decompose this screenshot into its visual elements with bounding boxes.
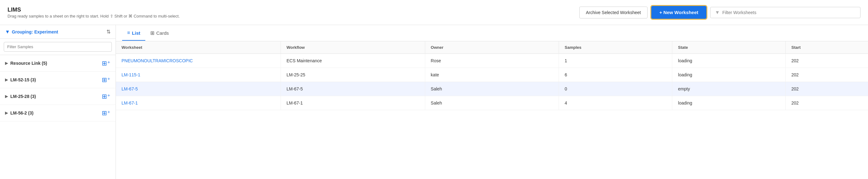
grid-add-icon[interactable]: ⊞⁺	[102, 60, 111, 67]
table-row[interactable]: LM-115-1LM-25-25kate6loading202	[116, 68, 868, 82]
tab-cards-label: Cards	[156, 30, 169, 36]
table-cell: kate	[425, 68, 559, 82]
table-cell: 202	[786, 68, 868, 82]
archive-button[interactable]: Archive Selected Worksheet	[579, 7, 648, 19]
funnel-icon: ▼	[5, 29, 10, 35]
sidebar-item-label: ▶ Resource Link (5)	[5, 61, 47, 66]
column-header-state: State	[672, 41, 786, 54]
table-cell: LM-67-1	[281, 96, 425, 110]
table: WorksheetWorkflowOwnerSamplesStateStart …	[116, 41, 868, 110]
worksheet-link[interactable]: PNEUMONOULTRAMICROSCOPIC	[122, 58, 193, 63]
table-header-row: WorksheetWorkflowOwnerSamplesStateStart	[116, 41, 868, 54]
table-cell[interactable]: PNEUMONOULTRAMICROSCOPIC	[116, 54, 281, 68]
table-cell: Saleh	[425, 82, 559, 96]
table-cell: ECS Maintenance	[281, 54, 425, 68]
right-panel: ≡ List ⊞ Cards WorksheetWorkflowOwnerSam…	[116, 25, 868, 179]
sidebar-item-label: ▶ LM-56-2 (3)	[5, 110, 33, 115]
new-worksheet-button[interactable]: + New Worksheet	[651, 6, 706, 19]
tab-cards[interactable]: ⊞ Cards	[145, 26, 174, 41]
worksheet-link[interactable]: LM-67-1	[122, 101, 138, 105]
sidebar-item[interactable]: ▶ LM-25-28 (3) ⊞⁺	[0, 88, 116, 105]
table-cell[interactable]: LM-115-1	[116, 68, 281, 82]
filter-samples-input[interactable]	[4, 42, 112, 51]
top-header: LIMS Drag ready samples to a sheet on th…	[0, 0, 868, 25]
table-cell: loading	[672, 96, 786, 110]
sidebar-header: ▼ Grouping: Experiment ⇅	[0, 25, 116, 39]
worksheet-link[interactable]: LM-67-5	[122, 86, 138, 92]
app-title: LIMS	[7, 7, 180, 13]
grid-add-icon[interactable]: ⊞⁺	[102, 76, 111, 83]
sidebar: ▼ Grouping: Experiment ⇅ ▶ Resource Link…	[0, 25, 116, 179]
chevron-right-icon: ▶	[5, 78, 8, 82]
table-cell: empty	[672, 82, 786, 96]
column-header-samples: Samples	[559, 41, 672, 54]
sort-icon[interactable]: ⇅	[106, 29, 111, 35]
worksheet-table: WorksheetWorkflowOwnerSamplesStateStart …	[116, 41, 868, 179]
sidebar-items: ▶ Resource Link (5) ⊞⁺ ▶ LM-52-15 (3) ⊞⁺…	[0, 55, 116, 179]
filter-icon: ▼	[715, 10, 720, 15]
table-body: PNEUMONOULTRAMICROSCOPICECS MaintenanceR…	[116, 54, 868, 110]
main-content: ▼ Grouping: Experiment ⇅ ▶ Resource Link…	[0, 25, 868, 179]
app-container: LIMS Drag ready samples to a sheet on th…	[0, 0, 868, 179]
grouping-label: ▼ Grouping: Experiment	[5, 29, 58, 35]
filter-worksheets-input[interactable]	[722, 10, 856, 15]
chevron-right-icon: ▶	[5, 111, 8, 115]
table-cell: 202	[786, 54, 868, 68]
table-row[interactable]: LM-67-5LM-67-5Saleh0empty202	[116, 82, 868, 96]
column-header-start: Start	[786, 41, 868, 54]
tab-list[interactable]: ≡ List	[122, 26, 145, 41]
grid-add-icon[interactable]: ⊞⁺	[102, 109, 111, 117]
table-row[interactable]: PNEUMONOULTRAMICROSCOPICECS MaintenanceR…	[116, 54, 868, 68]
cards-icon: ⊞	[150, 30, 154, 36]
grid-add-icon[interactable]: ⊞⁺	[102, 93, 111, 100]
grouping-text: Grouping: Experiment	[12, 29, 58, 34]
sidebar-item[interactable]: ▶ Resource Link (5) ⊞⁺	[0, 55, 116, 72]
table-cell[interactable]: LM-67-5	[116, 82, 281, 96]
column-header-owner: Owner	[425, 41, 559, 54]
table-cell: loading	[672, 68, 786, 82]
sidebar-item-label: ▶ LM-52-15 (3)	[5, 77, 36, 82]
table-cell: loading	[672, 54, 786, 68]
table-cell: 4	[559, 96, 672, 110]
chevron-right-icon: ▶	[5, 94, 8, 99]
table-cell: 0	[559, 82, 672, 96]
table-cell: Saleh	[425, 96, 559, 110]
table-cell: 202	[786, 82, 868, 96]
sidebar-item[interactable]: ▶ LM-56-2 (3) ⊞⁺	[0, 105, 116, 121]
tab-list-label: List	[132, 30, 140, 36]
header-actions: Archive Selected Worksheet + New Workshe…	[579, 6, 861, 19]
sidebar-item[interactable]: ▶ LM-52-15 (3) ⊞⁺	[0, 72, 116, 88]
table-cell: LM-67-5	[281, 82, 425, 96]
column-header-worksheet: Worksheet	[116, 41, 281, 54]
chevron-right-icon: ▶	[5, 61, 8, 65]
app-subtitle: Drag ready samples to a sheet on the rig…	[7, 14, 180, 19]
table-cell: 1	[559, 54, 672, 68]
tabs-bar: ≡ List ⊞ Cards	[116, 25, 868, 41]
list-icon: ≡	[127, 30, 130, 36]
table-cell: Rose	[425, 54, 559, 68]
table-cell: 6	[559, 68, 672, 82]
table-cell: LM-25-25	[281, 68, 425, 82]
app-title-block: LIMS Drag ready samples to a sheet on th…	[7, 7, 180, 19]
sidebar-item-label: ▶ LM-25-28 (3)	[5, 94, 36, 99]
filter-worksheets-container: ▼	[710, 7, 861, 18]
column-header-workflow: Workflow	[281, 41, 425, 54]
table-row[interactable]: LM-67-1LM-67-1Saleh4loading202	[116, 96, 868, 110]
worksheet-link[interactable]: LM-115-1	[122, 72, 140, 77]
table-cell[interactable]: LM-67-1	[116, 96, 281, 110]
filter-samples-box	[0, 39, 116, 55]
table-cell: 202	[786, 96, 868, 110]
